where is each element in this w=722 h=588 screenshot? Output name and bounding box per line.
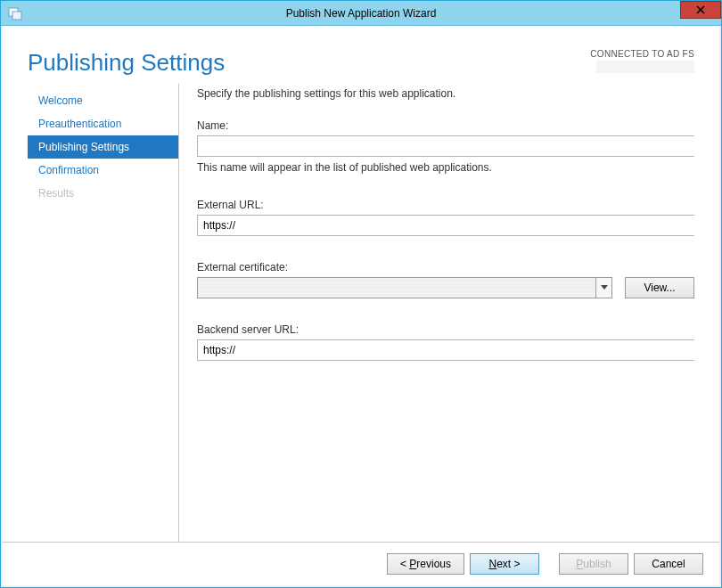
chevron-down-icon: [595, 278, 611, 298]
button-bar: < Previous Next > Publish Cancel: [3, 542, 719, 585]
cancel-button[interactable]: Cancel: [634, 553, 703, 575]
sidebar-item-publishing-settings[interactable]: Publishing Settings: [28, 135, 178, 159]
name-hint: This name will appear in the list of pub…: [197, 161, 694, 174]
page-title: Publishing Settings: [28, 49, 225, 77]
app-icon: [8, 6, 22, 20]
sidebar-item-confirmation[interactable]: Confirmation: [28, 159, 178, 182]
content-area: Publishing Settings CONNECTED TO AD FS W…: [1, 26, 721, 587]
svg-rect-1: [12, 12, 21, 20]
field-external-certificate: External certificate: View...: [197, 261, 694, 298]
header-area: Publishing Settings CONNECTED TO AD FS: [3, 26, 719, 84]
main-panel: Specify the publishing settings for this…: [179, 84, 694, 542]
connection-label: CONNECTED TO AD FS: [590, 49, 694, 59]
field-backend-url: Backend server URL:: [197, 323, 694, 361]
external-cert-label: External certificate:: [197, 261, 694, 274]
name-input[interactable]: [197, 135, 694, 157]
sidebar-item-welcome[interactable]: Welcome: [28, 89, 178, 112]
field-name: Name: This name will appear in the list …: [197, 119, 694, 174]
close-button[interactable]: [680, 1, 721, 19]
previous-button[interactable]: < Previous: [387, 553, 464, 575]
button-gap: [545, 553, 554, 575]
window-title: Publish New Application Wizard: [1, 7, 721, 20]
instruction-text: Specify the publishing settings for this…: [197, 87, 694, 100]
backend-url-label: Backend server URL:: [197, 323, 694, 336]
external-cert-combo[interactable]: [197, 277, 612, 298]
wizard-window: Publish New Application Wizard Publishin…: [0, 0, 722, 588]
field-external-url: External URL:: [197, 199, 694, 236]
connection-host: [596, 61, 694, 73]
name-label: Name:: [197, 119, 694, 132]
wizard-steps: Welcome Preauthentication Publishing Set…: [28, 84, 179, 542]
external-url-label: External URL:: [197, 199, 694, 211]
view-cert-button[interactable]: View...: [625, 277, 694, 298]
connection-status: CONNECTED TO AD FS: [590, 49, 694, 73]
external-url-input[interactable]: [197, 215, 694, 236]
publish-button: Publish: [559, 553, 628, 575]
sidebar-item-results: Results: [28, 182, 178, 205]
sidebar-item-preauthentication[interactable]: Preauthentication: [28, 112, 178, 135]
close-icon: [696, 5, 705, 14]
titlebar: Publish New Application Wizard: [1, 1, 721, 26]
backend-url-input[interactable]: [197, 339, 694, 361]
external-cert-value: [198, 278, 595, 298]
next-button[interactable]: Next >: [470, 553, 539, 575]
body: Welcome Preauthentication Publishing Set…: [3, 84, 719, 542]
